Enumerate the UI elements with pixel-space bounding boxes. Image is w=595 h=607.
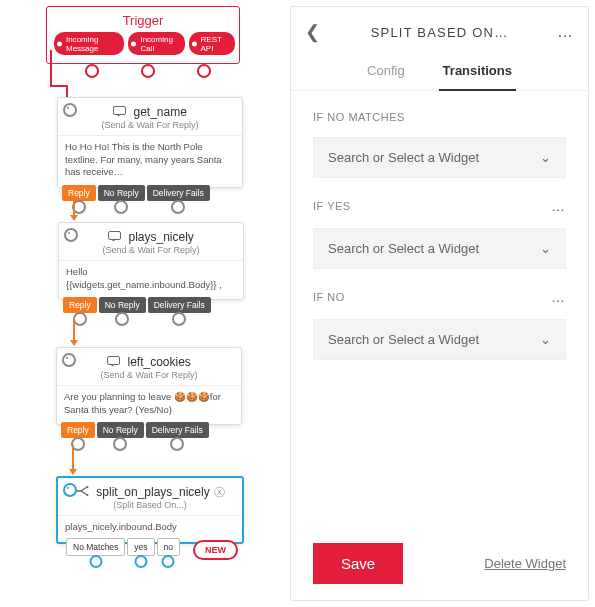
node-plays_nicely[interactable]: plays_nicely (Send & Wait For Reply) Hel… — [58, 222, 244, 300]
section-yes: IF YES … Search or Select a Widget ⌄ — [313, 178, 566, 269]
node-body: Ho Ho Ho! This is the North Pole textlin… — [58, 135, 242, 187]
tab-config[interactable]: Config — [365, 55, 407, 90]
section-no: IF NO … Search or Select a Widget ⌄ — [313, 269, 566, 360]
dropdown-placeholder: Search or Select a Widget — [328, 241, 479, 256]
save-button[interactable]: Save — [313, 543, 403, 584]
trigger-output-incoming-call[interactable]: Incoming Call — [128, 32, 184, 55]
section-label: IF NO — [313, 291, 345, 303]
output-no[interactable]: no — [157, 538, 180, 556]
section-no-matches: IF NO MATCHES Search or Select a Widget … — [313, 91, 566, 178]
node-split_on_plays_nicely[interactable]: split_on_plays_nicely ⓧ (Split Based On.… — [56, 476, 244, 544]
output-port[interactable] — [115, 312, 129, 326]
node-subtitle: (Send & Wait For Reply) — [58, 120, 242, 135]
output-delivery-fails[interactable]: Delivery Fails — [146, 422, 209, 438]
output-delivery-fails[interactable]: Delivery Fails — [147, 185, 210, 201]
panel-scroll[interactable]: IF NO MATCHES Search or Select a Widget … — [291, 91, 588, 529]
node-body: Are you planning to leave 🍪🍪🍪for Santa t… — [57, 385, 241, 425]
output-no-reply[interactable]: No Reply — [99, 297, 146, 313]
node-title: split_on_plays_nicely — [96, 485, 209, 499]
node-title: plays_nicely — [128, 230, 193, 244]
flow-canvas[interactable]: Trigger Incoming Message Incoming Call R… — [0, 0, 290, 607]
node-subtitle: (Send & Wait For Reply) — [57, 370, 241, 385]
input-port[interactable] — [63, 483, 77, 497]
output-reply[interactable]: Reply — [63, 297, 97, 313]
output-port[interactable] — [162, 555, 175, 568]
chevron-down-icon: ⌄ — [540, 241, 551, 256]
connector-plays_nicely-left_cookies — [67, 320, 77, 350]
input-port[interactable] — [63, 103, 77, 117]
output-port[interactable] — [170, 437, 184, 451]
output-yes[interactable]: yes — [127, 538, 154, 556]
back-button[interactable]: ❮ — [305, 21, 325, 43]
trigger-port-3[interactable] — [197, 64, 211, 78]
input-port[interactable] — [62, 353, 76, 367]
split-icon — [75, 486, 89, 500]
chat-icon — [108, 231, 121, 245]
node-left_cookies[interactable]: left_cookies (Send & Wait For Reply) Are… — [56, 347, 242, 425]
svg-rect-0 — [114, 106, 126, 114]
output-port[interactable] — [89, 555, 102, 568]
trigger-title: Trigger — [47, 7, 239, 32]
node-get_name[interactable]: get_name (Send & Wait For Reply) Ho Ho H… — [57, 97, 243, 188]
output-port[interactable] — [113, 437, 127, 451]
output-port[interactable] — [134, 555, 147, 568]
new-badge[interactable]: NEW — [193, 540, 238, 560]
dropdown-placeholder: Search or Select a Widget — [328, 150, 479, 165]
node-title: left_cookies — [127, 355, 190, 369]
widget-select-no[interactable]: Search or Select a Widget ⌄ — [313, 319, 566, 360]
section-label: IF NO MATCHES — [313, 111, 405, 123]
trigger-port-1[interactable] — [85, 64, 99, 78]
node-subtitle: (Split Based On...) — [58, 500, 242, 515]
svg-rect-2 — [108, 356, 120, 364]
chat-icon — [113, 106, 126, 120]
svg-rect-1 — [109, 231, 121, 239]
chat-icon — [107, 356, 120, 370]
output-delivery-fails[interactable]: Delivery Fails — [148, 297, 211, 313]
panel-title: SPLIT BASED ON… — [325, 25, 554, 40]
output-port[interactable] — [171, 200, 185, 214]
section-options-button[interactable]: … — [551, 198, 566, 214]
output-port[interactable] — [114, 200, 128, 214]
node-subtitle: (Send & Wait For Reply) — [59, 245, 243, 260]
output-port[interactable] — [172, 312, 186, 326]
output-no-matches[interactable]: No Matches — [66, 538, 125, 556]
more-options-button[interactable]: … — [554, 23, 574, 41]
output-reply[interactable]: Reply — [61, 422, 95, 438]
section-options-button[interactable]: … — [551, 289, 566, 305]
trigger-port-2[interactable] — [141, 64, 155, 78]
trigger-output-rest-api[interactable]: REST API — [189, 32, 235, 55]
svg-point-4 — [86, 494, 88, 496]
input-port[interactable] — [64, 228, 78, 242]
chevron-down-icon: ⌄ — [540, 332, 551, 347]
inspector-panel: ❮ SPLIT BASED ON… … Config Transitions I… — [290, 6, 589, 601]
tab-bar: Config Transitions — [291, 55, 588, 91]
dropdown-placeholder: Search or Select a Widget — [328, 332, 479, 347]
connector-get_name-plays_nicely — [67, 195, 77, 225]
tab-transitions[interactable]: Transitions — [441, 55, 514, 90]
connector-left_cookies-split — [66, 445, 76, 479]
chevron-down-icon: ⌄ — [540, 150, 551, 165]
section-label: IF YES — [313, 200, 351, 212]
close-icon[interactable]: ⓧ — [214, 486, 225, 498]
delete-widget-link[interactable]: Delete Widget — [484, 556, 566, 571]
widget-select-yes[interactable]: Search or Select a Widget ⌄ — [313, 228, 566, 269]
node-title: get_name — [133, 105, 186, 119]
widget-select-no-matches[interactable]: Search or Select a Widget ⌄ — [313, 137, 566, 178]
output-no-reply[interactable]: No Reply — [97, 422, 144, 438]
output-no-reply[interactable]: No Reply — [98, 185, 145, 201]
svg-point-3 — [86, 486, 88, 488]
node-body: Hello {{widgets.get_name.inbound.Body}} … — [59, 260, 243, 300]
